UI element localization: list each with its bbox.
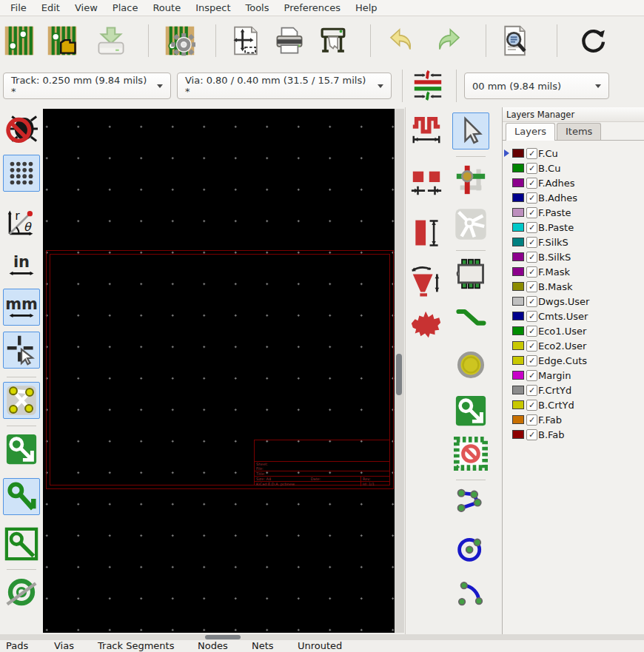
layer-row-margin[interactable]: ✓ Margin [503, 368, 644, 383]
print-button[interactable] [272, 23, 307, 58]
add-graphic-line-button[interactable] [452, 485, 489, 522]
layer-row-fcrtyd[interactable]: ✓ F.CrtYd [503, 383, 644, 397]
undo-button[interactable] [384, 23, 420, 58]
layer-color-swatch[interactable] [512, 400, 524, 409]
pads-sketch-button[interactable] [3, 574, 40, 611]
plot-button[interactable] [315, 23, 351, 58]
layer-color-swatch[interactable] [512, 386, 524, 394]
save-board-button[interactable] [93, 23, 129, 58]
layer-color-swatch[interactable] [512, 341, 524, 350]
via-size-selector[interactable]: Via: 0.80 / 0.40 mm (31.5 / 15.7 mils) * [177, 73, 392, 99]
layer-visibility-checkbox[interactable]: ✓ [526, 400, 537, 411]
layer-color-swatch[interactable] [512, 149, 524, 158]
layer-visibility-checkbox[interactable]: ✓ [526, 266, 537, 278]
layer-visibility-checkbox[interactable]: ✓ [526, 296, 537, 307]
microwave-gap-button[interactable] [408, 164, 445, 201]
layer-row-bmask[interactable]: ✓ B.Mask [503, 279, 644, 294]
layer-color-swatch[interactable] [512, 178, 524, 187]
layer-visibility-checkbox[interactable]: ✓ [526, 207, 537, 218]
track-width-selector[interactable]: Track: 0.250 mm (9.84 mils) * [3, 73, 171, 99]
menu-inspect[interactable]: Inspect [188, 1, 238, 14]
vertical-scrollbar-thumb[interactable] [396, 354, 402, 395]
layer-color-swatch[interactable] [512, 282, 524, 291]
layer-color-swatch[interactable] [512, 356, 524, 365]
layer-color-swatch[interactable] [512, 223, 524, 232]
redo-button[interactable] [430, 23, 466, 58]
layer-color-swatch[interactable] [512, 415, 524, 424]
layer-row-dwgsuser[interactable]: ✓ Dwgs.User [503, 294, 644, 309]
add-filled-zone-button[interactable] [452, 392, 489, 429]
horizontal-scrollbar-thumb[interactable] [205, 635, 241, 639]
layer-color-swatch[interactable] [512, 430, 524, 439]
layer-color-swatch[interactable] [512, 326, 524, 335]
tab-layers[interactable]: Layers [506, 123, 555, 141]
find-button[interactable] [497, 23, 533, 58]
layer-row-fadhes[interactable]: ✓ F.Adhes [503, 175, 644, 190]
layer-visibility-checkbox[interactable]: ✓ [526, 370, 537, 381]
layer-visibility-checkbox[interactable]: ✓ [526, 340, 537, 352]
layer-row-fmask[interactable]: ✓ F.Mask [503, 264, 644, 279]
layer-visibility-checkbox[interactable]: ✓ [526, 148, 537, 159]
layer-color-swatch[interactable] [512, 312, 524, 320]
polar-coords-button[interactable]: r θ [3, 204, 40, 241]
microwave-shape-button[interactable] [408, 305, 445, 342]
add-graphic-arc-button[interactable] [452, 576, 489, 613]
layer-color-swatch[interactable] [512, 238, 524, 246]
board-setup-button[interactable] [162, 23, 198, 58]
select-tool-button[interactable] [452, 112, 489, 149]
menu-help[interactable]: Help [348, 1, 385, 14]
menu-view[interactable]: View [67, 1, 105, 14]
layer-row-ffab[interactable]: ✓ F.Fab [503, 412, 644, 427]
pcb-canvas[interactable]: Sheet: File: Title: Size: A4 Date: Rev: … [43, 109, 395, 633]
open-board-button[interactable] [44, 23, 80, 58]
layer-color-swatch[interactable] [512, 297, 524, 306]
refresh-button[interactable] [575, 23, 611, 58]
layer-row-eco2user[interactable]: ✓ Eco2.User [503, 338, 644, 353]
add-keepout-button[interactable] [452, 435, 489, 472]
layer-row-edgecuts[interactable]: ✓ Edge.Cuts [503, 353, 644, 368]
add-footprint-button[interactable] [452, 255, 489, 292]
microwave-stub-button[interactable] [408, 215, 445, 252]
zones-outline-button[interactable] [3, 478, 40, 515]
layer-visibility-checkbox[interactable]: ✓ [526, 355, 537, 366]
menu-place[interactable]: Place [105, 1, 146, 14]
layer-row-bcu[interactable]: ✓ B.Cu [503, 161, 644, 175]
add-via-button[interactable] [452, 346, 489, 383]
cursor-shape-button[interactable] [3, 332, 40, 369]
local-ratsnest-button[interactable] [452, 206, 489, 243]
layer-visibility-checkbox[interactable]: ✓ [526, 311, 537, 322]
layer-visibility-checkbox[interactable]: ✓ [526, 429, 537, 440]
layer-visibility-checkbox[interactable]: ✓ [526, 252, 537, 263]
layer-row-cmtsuser[interactable]: ✓ Cmts.User [503, 309, 644, 323]
grid-visibility-button[interactable] [3, 155, 40, 192]
layer-row-fpaste[interactable]: ✓ F.Paste [503, 205, 644, 220]
layer-row-bcrtyd[interactable]: ✓ B.CrtYd [503, 397, 644, 412]
menu-file[interactable]: File [3, 1, 34, 14]
layer-visibility-checkbox[interactable]: ✓ [526, 385, 537, 396]
layer-visibility-checkbox[interactable]: ✓ [526, 222, 537, 233]
layer-color-swatch[interactable] [512, 208, 524, 217]
drc-off-button[interactable] [3, 110, 40, 147]
layer-row-fcu[interactable]: ✓ F.Cu [503, 146, 644, 161]
highlight-net-button[interactable] [452, 161, 489, 198]
tab-items[interactable]: Items [557, 123, 601, 140]
menu-preferences[interactable]: Preferences [277, 1, 348, 14]
layer-color-swatch[interactable] [512, 371, 524, 380]
layer-row-badhes[interactable]: ✓ B.Adhes [503, 190, 644, 205]
layer-visibility-checkbox[interactable]: ✓ [526, 414, 537, 426]
layer-row-bfab[interactable]: ✓ B.Fab [503, 427, 644, 442]
menu-edit[interactable]: Edit [34, 1, 67, 14]
zones-sketch-button[interactable] [3, 525, 40, 562]
add-graphic-circle-button[interactable] [452, 530, 489, 567]
page-settings-button[interactable] [228, 23, 264, 58]
layer-visibility-checkbox[interactable]: ✓ [526, 163, 537, 174]
microwave-arc-stub-button[interactable] [408, 263, 445, 300]
layer-visibility-checkbox[interactable]: ✓ [526, 326, 537, 337]
zones-filled-button[interactable] [3, 431, 40, 468]
auto-track-width-button[interactable] [409, 67, 447, 105]
microwave-line-button[interactable] [408, 111, 445, 148]
route-tracks-button[interactable] [452, 301, 489, 338]
layer-visibility-checkbox[interactable]: ✓ [526, 178, 537, 189]
layer-visibility-checkbox[interactable]: ✓ [526, 281, 537, 292]
new-board-button[interactable] [1, 23, 37, 58]
